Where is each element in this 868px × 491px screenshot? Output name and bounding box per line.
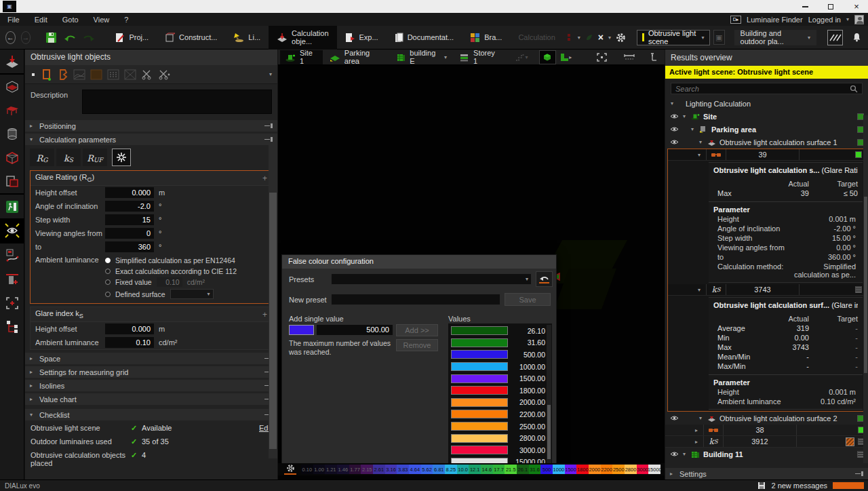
field-input[interactable]: 0.10 <box>105 337 154 348</box>
option-fixed-value[interactable]: Fixed value 0.10 cd/m² <box>105 277 237 287</box>
section-isolines[interactable]: ▸Isolines <box>25 380 277 391</box>
tab-construction[interactable]: Construct... <box>157 26 225 50</box>
add-value-button[interactable]: Add >> <box>396 324 438 336</box>
calculation-button[interactable]: Calculation <box>518 33 555 41</box>
pin-icon[interactable] <box>264 123 273 129</box>
tab-export[interactable]: Exp... <box>337 26 387 50</box>
emergency-exit-icon[interactable] <box>0 195 24 218</box>
pin-icon[interactable] <box>855 471 863 477</box>
field-input[interactable]: -2.0 <box>105 201 154 212</box>
scale-settings-gear-icon[interactable] <box>282 464 298 475</box>
value-color-swatch[interactable] <box>451 362 508 371</box>
light-scene-edit-button[interactable]: ▣ <box>713 30 725 45</box>
values-list[interactable]: 26.10 31.60 500.00 <box>448 323 552 463</box>
logged-in-menu[interactable]: Logged in <box>808 16 841 24</box>
view-3d-button[interactable] <box>539 50 556 64</box>
value-row[interactable]: 31.60 <box>451 337 545 349</box>
cut-icon[interactable] <box>141 69 153 80</box>
result-row-glare-rating[interactable]: ▾ 39 <box>668 149 865 161</box>
value-color-swatch[interactable] <box>451 458 508 463</box>
field-input[interactable]: 0.000 <box>105 187 154 198</box>
radio-icon[interactable] <box>105 279 111 285</box>
option-simplified[interactable]: Simplified calculation as per EN12464 <box>105 256 237 264</box>
menu-goto[interactable]: Goto <box>55 16 86 24</box>
section-calculation-parameters[interactable]: ▾ Calculation parameters <box>25 134 277 145</box>
left-panel-scrollbar[interactable] <box>269 144 277 458</box>
select-point-icon[interactable] <box>31 72 36 77</box>
cancel-calculation-icon[interactable]: × <box>598 32 604 43</box>
value-color-swatch[interactable] <box>451 434 508 443</box>
back-button[interactable]: ← <box>5 31 16 44</box>
menu-file[interactable]: File <box>0 16 27 24</box>
field-input[interactable]: 360 <box>105 241 154 252</box>
terrain-object-icon[interactable] <box>73 69 85 80</box>
gear-icon[interactable] <box>616 33 626 43</box>
storey-select-button[interactable]: Storey 1 <box>454 50 505 64</box>
section-settings[interactable]: ▸ Settings <box>665 468 868 479</box>
presets-select[interactable]: ▾ <box>331 273 532 285</box>
value-color-swatch[interactable] <box>451 338 508 347</box>
add-value-input[interactable]: 500.00 <box>317 325 393 335</box>
false-colour-thumbnail[interactable] <box>846 437 854 446</box>
tab-brand[interactable]: Bra... <box>462 26 510 50</box>
tab-documentation[interactable]: Documentat... <box>387 26 462 50</box>
tab-project[interactable]: Proj... <box>107 26 157 50</box>
eye-icon[interactable] <box>669 451 679 457</box>
pin-icon[interactable] <box>264 136 273 142</box>
grid-object-icon[interactable] <box>107 69 119 80</box>
measure-horizontal-icon[interactable] <box>620 50 637 64</box>
option-defined-surface[interactable]: Defined surface ▾ <box>105 289 237 299</box>
value-row[interactable]: 15000.00 <box>451 456 545 463</box>
value-color-swatch[interactable] <box>451 422 508 431</box>
result-row-glare-index[interactable]: ▾ kS 3743 <box>668 284 865 296</box>
save-icon[interactable] <box>45 32 57 43</box>
cutout-object-icon[interactable] <box>124 69 136 80</box>
value-row[interactable]: 500.00 <box>451 349 545 361</box>
tree-node-surface-2[interactable]: ▾ Obtrusive light calculation surface 2 <box>665 412 868 425</box>
radio-icon[interactable] <box>105 269 111 274</box>
radio-icon[interactable] <box>105 292 111 297</box>
field-input[interactable]: 0.000 <box>105 323 154 334</box>
search-input[interactable]: Search <box>671 83 863 94</box>
energy-leaf-icon[interactable] <box>585 33 593 41</box>
profile-select[interactable]: Building and outdoor pla... ▾ <box>734 30 817 45</box>
section-checklist[interactable]: ▾Checklist <box>25 409 277 420</box>
result-row-glare-index-2[interactable]: ▸ kS 3912 <box>665 436 868 448</box>
tree-node-parking-area[interactable]: ▾ Parking area <box>665 123 868 136</box>
eye-icon[interactable] <box>669 415 679 421</box>
column-add-icon[interactable] <box>0 267 24 291</box>
forward-button[interactable]: → <box>21 31 31 44</box>
section-value-chart[interactable]: ▸Value chart <box>25 393 277 405</box>
surface-hatch-button[interactable] <box>827 30 843 45</box>
new-preset-input[interactable] <box>331 294 500 305</box>
toolbar-more-icon[interactable]: ▾ <box>269 71 272 77</box>
value-row[interactable]: 2500.00 <box>451 420 545 433</box>
dialog-title[interactable]: False colour configuration <box>282 255 556 269</box>
value-color-swatch[interactable] <box>451 386 508 395</box>
reset-preset-button[interactable] <box>536 271 553 287</box>
value-row[interactable]: 3000.00 <box>451 444 545 456</box>
defined-surface-select[interactable]: ▾ <box>170 289 214 299</box>
tab-sky-glow[interactable] <box>112 149 131 166</box>
calculation-cube-icon[interactable] <box>0 146 24 170</box>
tree-node-surface-1[interactable]: ▾ Obtrusive light calculation surface 1 <box>665 136 868 149</box>
value-color-swatch[interactable] <box>451 410 508 418</box>
tab-light[interactable]: Li... <box>225 26 269 50</box>
chevron-down-icon[interactable]: ▾ <box>608 35 611 41</box>
value-row[interactable]: 2000.00 <box>451 397 545 409</box>
value-row[interactable]: 1800.00 <box>451 385 545 397</box>
add-icon[interactable]: + <box>262 174 267 183</box>
value-color-swatch[interactable] <box>451 446 508 454</box>
menu-edit[interactable]: Edit <box>27 16 55 24</box>
building-select-button[interactable]: building E ▾ <box>391 50 452 64</box>
filled-surface-icon[interactable] <box>90 69 102 80</box>
cylinder-icon[interactable] <box>0 122 24 146</box>
tree-node-lighting-calculation[interactable]: ▾ Lighting Calculation <box>665 97 868 110</box>
add-icon[interactable]: + <box>262 310 267 319</box>
value-row[interactable]: 26.10 <box>451 325 545 337</box>
frame-add-icon[interactable] <box>0 291 24 315</box>
measure-vertical-icon[interactable] <box>646 50 663 64</box>
redo-icon[interactable] <box>83 33 95 42</box>
value-row[interactable]: 2200.00 <box>451 408 545 420</box>
menu-view[interactable]: View <box>86 16 117 24</box>
